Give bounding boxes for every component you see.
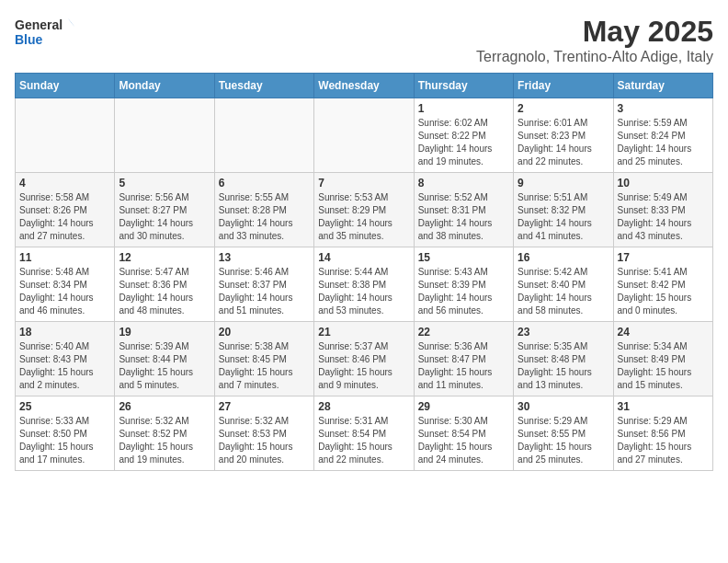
calendar-cell: 8Sunrise: 5:52 AMSunset: 8:31 PMDaylight… <box>414 173 513 247</box>
day-number: 18 <box>19 326 110 339</box>
calendar-cell: 13Sunrise: 5:46 AMSunset: 8:37 PMDayligh… <box>214 247 313 322</box>
day-info: Sunrise: 5:51 AMSunset: 8:32 PMDaylight:… <box>518 191 609 243</box>
calendar-cell: 4Sunrise: 5:58 AMSunset: 8:26 PMDaylight… <box>16 173 115 247</box>
calendar-cell: 21Sunrise: 5:37 AMSunset: 8:46 PMDayligh… <box>314 322 414 396</box>
day-info: Sunrise: 5:56 AMSunset: 8:27 PMDaylight:… <box>119 191 210 243</box>
day-info: Sunrise: 5:42 AMSunset: 8:40 PMDaylight:… <box>518 266 609 317</box>
day-number: 12 <box>119 251 210 264</box>
day-number: 26 <box>119 400 210 413</box>
day-number: 4 <box>19 177 110 190</box>
calendar-cell <box>16 98 115 173</box>
calendar-cell: 16Sunrise: 5:42 AMSunset: 8:40 PMDayligh… <box>514 247 613 322</box>
calendar-cell: 3Sunrise: 5:59 AMSunset: 8:24 PMDaylight… <box>613 98 712 173</box>
week-row-2: 4Sunrise: 5:58 AMSunset: 8:26 PMDaylight… <box>16 173 713 247</box>
day-number: 15 <box>418 251 509 264</box>
subtitle: Terragnolo, Trentino-Alto Adige, Italy <box>476 49 713 65</box>
col-header-friday: Friday <box>514 74 613 98</box>
col-header-saturday: Saturday <box>613 74 712 98</box>
day-info: Sunrise: 5:33 AMSunset: 8:50 PMDaylight:… <box>19 415 110 466</box>
day-info: Sunrise: 5:55 AMSunset: 8:28 PMDaylight:… <box>219 191 310 243</box>
calendar-cell: 26Sunrise: 5:32 AMSunset: 8:52 PMDayligh… <box>115 396 214 471</box>
day-info: Sunrise: 5:30 AMSunset: 8:54 PMDaylight:… <box>418 415 509 466</box>
calendar-cell: 19Sunrise: 5:39 AMSunset: 8:44 PMDayligh… <box>115 322 214 396</box>
day-info: Sunrise: 5:58 AMSunset: 8:26 PMDaylight:… <box>19 191 110 243</box>
day-number: 10 <box>618 177 709 190</box>
calendar-cell: 31Sunrise: 5:29 AMSunset: 8:56 PMDayligh… <box>613 396 712 471</box>
day-info: Sunrise: 5:36 AMSunset: 8:47 PMDaylight:… <box>418 340 509 392</box>
day-number: 13 <box>219 251 310 264</box>
day-info: Sunrise: 5:52 AMSunset: 8:31 PMDaylight:… <box>418 191 509 243</box>
calendar-cell: 23Sunrise: 5:35 AMSunset: 8:48 PMDayligh… <box>514 322 613 396</box>
calendar-cell: 28Sunrise: 5:31 AMSunset: 8:54 PMDayligh… <box>314 396 414 471</box>
calendar-cell: 24Sunrise: 5:34 AMSunset: 8:49 PMDayligh… <box>613 322 712 396</box>
day-info: Sunrise: 5:41 AMSunset: 8:42 PMDaylight:… <box>618 266 709 317</box>
day-number: 8 <box>418 177 509 190</box>
week-row-4: 18Sunrise: 5:40 AMSunset: 8:43 PMDayligh… <box>16 322 713 396</box>
svg-text:Blue: Blue <box>15 32 43 47</box>
day-info: Sunrise: 6:01 AMSunset: 8:23 PMDaylight:… <box>518 117 609 168</box>
calendar-table: SundayMondayTuesdayWednesdayThursdayFrid… <box>15 73 713 471</box>
day-info: Sunrise: 5:59 AMSunset: 8:24 PMDaylight:… <box>618 117 709 168</box>
day-number: 27 <box>219 400 310 413</box>
day-number: 21 <box>318 326 409 339</box>
col-header-monday: Monday <box>115 74 214 98</box>
week-row-5: 25Sunrise: 5:33 AMSunset: 8:50 PMDayligh… <box>16 396 713 471</box>
col-header-wednesday: Wednesday <box>314 74 414 98</box>
day-info: Sunrise: 5:44 AMSunset: 8:38 PMDaylight:… <box>318 266 409 317</box>
day-number: 9 <box>518 177 609 190</box>
day-info: Sunrise: 5:34 AMSunset: 8:49 PMDaylight:… <box>618 340 709 392</box>
day-number: 25 <box>19 400 110 413</box>
day-number: 29 <box>418 400 509 413</box>
calendar-cell: 25Sunrise: 5:33 AMSunset: 8:50 PMDayligh… <box>16 396 115 471</box>
day-number: 30 <box>518 400 609 413</box>
calendar-cell <box>115 98 214 173</box>
day-number: 2 <box>518 102 609 115</box>
logo-icon: General Blue <box>15 15 79 52</box>
calendar-cell: 6Sunrise: 5:55 AMSunset: 8:28 PMDaylight… <box>214 173 313 247</box>
calendar-cell: 22Sunrise: 5:36 AMSunset: 8:47 PMDayligh… <box>414 322 513 396</box>
day-number: 14 <box>318 251 409 264</box>
calendar-cell: 5Sunrise: 5:56 AMSunset: 8:27 PMDaylight… <box>115 173 214 247</box>
page-header: General Blue May 2025 Terragnolo, Trenti… <box>15 15 713 65</box>
day-info: Sunrise: 5:39 AMSunset: 8:44 PMDaylight:… <box>119 340 210 392</box>
calendar-cell: 29Sunrise: 5:30 AMSunset: 8:54 PMDayligh… <box>414 396 513 471</box>
calendar-cell: 15Sunrise: 5:43 AMSunset: 8:39 PMDayligh… <box>414 247 513 322</box>
day-info: Sunrise: 5:40 AMSunset: 8:43 PMDaylight:… <box>19 340 110 392</box>
day-number: 19 <box>119 326 210 339</box>
day-info: Sunrise: 5:32 AMSunset: 8:52 PMDaylight:… <box>119 415 210 466</box>
title-block: May 2025 Terragnolo, Trentino-Alto Adige… <box>476 15 713 65</box>
calendar-cell: 30Sunrise: 5:29 AMSunset: 8:55 PMDayligh… <box>514 396 613 471</box>
day-info: Sunrise: 5:37 AMSunset: 8:46 PMDaylight:… <box>318 340 409 392</box>
day-info: Sunrise: 5:38 AMSunset: 8:45 PMDaylight:… <box>219 340 310 392</box>
week-row-1: 1Sunrise: 6:02 AMSunset: 8:22 PMDaylight… <box>16 98 713 173</box>
main-title: May 2025 <box>476 15 713 49</box>
week-row-3: 11Sunrise: 5:48 AMSunset: 8:34 PMDayligh… <box>16 247 713 322</box>
day-info: Sunrise: 6:02 AMSunset: 8:22 PMDaylight:… <box>418 117 509 168</box>
day-number: 5 <box>119 177 210 190</box>
col-header-thursday: Thursday <box>414 74 513 98</box>
day-info: Sunrise: 5:32 AMSunset: 8:53 PMDaylight:… <box>219 415 310 466</box>
day-info: Sunrise: 5:46 AMSunset: 8:37 PMDaylight:… <box>219 266 310 317</box>
calendar-cell <box>314 98 414 173</box>
calendar-cell: 12Sunrise: 5:47 AMSunset: 8:36 PMDayligh… <box>115 247 214 322</box>
calendar-cell: 10Sunrise: 5:49 AMSunset: 8:33 PMDayligh… <box>613 173 712 247</box>
day-info: Sunrise: 5:49 AMSunset: 8:33 PMDaylight:… <box>618 191 709 243</box>
day-info: Sunrise: 5:48 AMSunset: 8:34 PMDaylight:… <box>19 266 110 317</box>
calendar-cell <box>214 98 313 173</box>
svg-marker-2 <box>68 18 75 28</box>
day-number: 3 <box>618 102 709 115</box>
header-row: SundayMondayTuesdayWednesdayThursdayFrid… <box>16 74 713 98</box>
day-number: 28 <box>318 400 409 413</box>
calendar-cell: 18Sunrise: 5:40 AMSunset: 8:43 PMDayligh… <box>16 322 115 396</box>
day-number: 16 <box>518 251 609 264</box>
svg-text:General: General <box>15 17 63 32</box>
day-number: 11 <box>19 251 110 264</box>
calendar-cell: 11Sunrise: 5:48 AMSunset: 8:34 PMDayligh… <box>16 247 115 322</box>
calendar-cell: 20Sunrise: 5:38 AMSunset: 8:45 PMDayligh… <box>214 322 313 396</box>
calendar-cell: 17Sunrise: 5:41 AMSunset: 8:42 PMDayligh… <box>613 247 712 322</box>
day-number: 31 <box>618 400 709 413</box>
day-number: 7 <box>318 177 409 190</box>
calendar-cell: 9Sunrise: 5:51 AMSunset: 8:32 PMDaylight… <box>514 173 613 247</box>
calendar-cell: 27Sunrise: 5:32 AMSunset: 8:53 PMDayligh… <box>214 396 313 471</box>
day-info: Sunrise: 5:35 AMSunset: 8:48 PMDaylight:… <box>518 340 609 392</box>
